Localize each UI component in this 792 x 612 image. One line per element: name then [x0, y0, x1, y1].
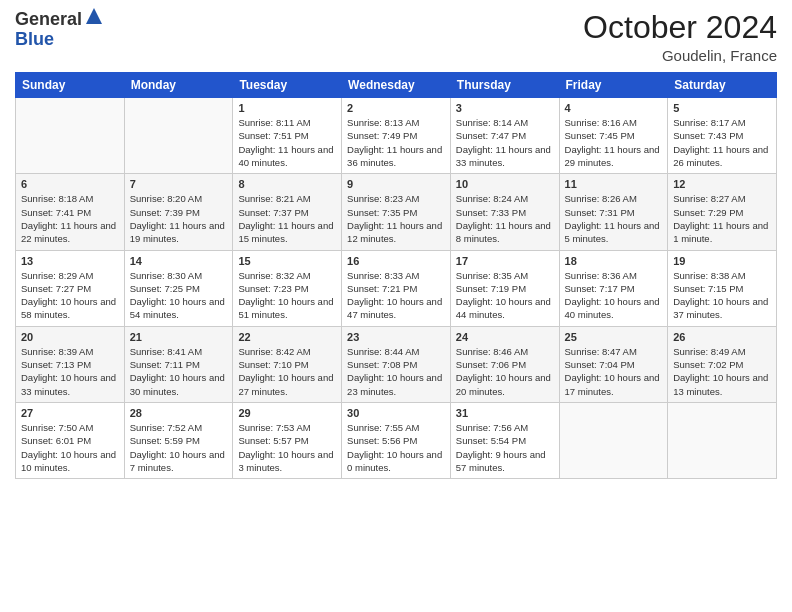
- sunrise-text: Sunrise: 8:27 AM: [673, 193, 745, 204]
- sunrise-text: Sunrise: 7:56 AM: [456, 422, 528, 433]
- daylight-text: Daylight: 11 hours and 19 minutes.: [130, 220, 225, 244]
- sunrise-text: Sunrise: 8:17 AM: [673, 117, 745, 128]
- sunset-text: Sunset: 7:51 PM: [238, 130, 308, 141]
- cell-date: 3: [456, 102, 554, 114]
- table-row: [16, 98, 125, 174]
- sunset-text: Sunset: 7:15 PM: [673, 283, 743, 294]
- sunset-text: Sunset: 7:43 PM: [673, 130, 743, 141]
- cell-info: Sunrise: 8:32 AM Sunset: 7:23 PM Dayligh…: [238, 269, 336, 322]
- daylight-text: Daylight: 9 hours and 57 minutes.: [456, 449, 546, 473]
- table-row: 1 Sunrise: 8:11 AM Sunset: 7:51 PM Dayli…: [233, 98, 342, 174]
- daylight-text: Daylight: 11 hours and 40 minutes.: [238, 144, 333, 168]
- daylight-text: Daylight: 10 hours and 10 minutes.: [21, 449, 116, 473]
- cell-info: Sunrise: 8:11 AM Sunset: 7:51 PM Dayligh…: [238, 116, 336, 169]
- sunset-text: Sunset: 6:01 PM: [21, 435, 91, 446]
- table-row: 4 Sunrise: 8:16 AM Sunset: 7:45 PM Dayli…: [559, 98, 668, 174]
- table-row: 14 Sunrise: 8:30 AM Sunset: 7:25 PM Dayl…: [124, 250, 233, 326]
- sunrise-text: Sunrise: 8:18 AM: [21, 193, 93, 204]
- table-row: 6 Sunrise: 8:18 AM Sunset: 7:41 PM Dayli…: [16, 174, 125, 250]
- cell-info: Sunrise: 8:49 AM Sunset: 7:02 PM Dayligh…: [673, 345, 771, 398]
- table-row: 17 Sunrise: 8:35 AM Sunset: 7:19 PM Dayl…: [450, 250, 559, 326]
- daylight-text: Daylight: 10 hours and 40 minutes.: [565, 296, 660, 320]
- sunset-text: Sunset: 7:33 PM: [456, 207, 526, 218]
- sunset-text: Sunset: 7:06 PM: [456, 359, 526, 370]
- daylight-text: Daylight: 11 hours and 33 minutes.: [456, 144, 551, 168]
- calendar-week-row: 27 Sunrise: 7:50 AM Sunset: 6:01 PM Dayl…: [16, 402, 777, 478]
- daylight-text: Daylight: 11 hours and 36 minutes.: [347, 144, 442, 168]
- cell-info: Sunrise: 8:44 AM Sunset: 7:08 PM Dayligh…: [347, 345, 445, 398]
- sunrise-text: Sunrise: 8:13 AM: [347, 117, 419, 128]
- cell-info: Sunrise: 8:30 AM Sunset: 7:25 PM Dayligh…: [130, 269, 228, 322]
- sunset-text: Sunset: 5:56 PM: [347, 435, 417, 446]
- sunrise-text: Sunrise: 8:46 AM: [456, 346, 528, 357]
- daylight-text: Daylight: 11 hours and 26 minutes.: [673, 144, 768, 168]
- cell-info: Sunrise: 8:16 AM Sunset: 7:45 PM Dayligh…: [565, 116, 663, 169]
- header-friday: Friday: [559, 73, 668, 98]
- cell-date: 5: [673, 102, 771, 114]
- daylight-text: Daylight: 10 hours and 54 minutes.: [130, 296, 225, 320]
- sunrise-text: Sunrise: 8:33 AM: [347, 270, 419, 281]
- cell-date: 21: [130, 331, 228, 343]
- cell-date: 15: [238, 255, 336, 267]
- table-row: 18 Sunrise: 8:36 AM Sunset: 7:17 PM Dayl…: [559, 250, 668, 326]
- calendar-week-row: 20 Sunrise: 8:39 AM Sunset: 7:13 PM Dayl…: [16, 326, 777, 402]
- cell-info: Sunrise: 8:21 AM Sunset: 7:37 PM Dayligh…: [238, 192, 336, 245]
- sunset-text: Sunset: 7:35 PM: [347, 207, 417, 218]
- sunrise-text: Sunrise: 8:32 AM: [238, 270, 310, 281]
- sunset-text: Sunset: 7:31 PM: [565, 207, 635, 218]
- table-row: [559, 402, 668, 478]
- cell-info: Sunrise: 8:23 AM Sunset: 7:35 PM Dayligh…: [347, 192, 445, 245]
- cell-info: Sunrise: 7:50 AM Sunset: 6:01 PM Dayligh…: [21, 421, 119, 474]
- table-row: 2 Sunrise: 8:13 AM Sunset: 7:49 PM Dayli…: [342, 98, 451, 174]
- sunrise-text: Sunrise: 8:21 AM: [238, 193, 310, 204]
- daylight-text: Daylight: 10 hours and 47 minutes.: [347, 296, 442, 320]
- sunrise-text: Sunrise: 8:23 AM: [347, 193, 419, 204]
- cell-date: 7: [130, 178, 228, 190]
- daylight-text: Daylight: 10 hours and 44 minutes.: [456, 296, 551, 320]
- sunset-text: Sunset: 7:27 PM: [21, 283, 91, 294]
- daylight-text: Daylight: 11 hours and 5 minutes.: [565, 220, 660, 244]
- cell-date: 13: [21, 255, 119, 267]
- sunrise-text: Sunrise: 7:52 AM: [130, 422, 202, 433]
- sunrise-text: Sunrise: 8:39 AM: [21, 346, 93, 357]
- table-row: 5 Sunrise: 8:17 AM Sunset: 7:43 PM Dayli…: [668, 98, 777, 174]
- table-row: 27 Sunrise: 7:50 AM Sunset: 6:01 PM Dayl…: [16, 402, 125, 478]
- cell-info: Sunrise: 8:17 AM Sunset: 7:43 PM Dayligh…: [673, 116, 771, 169]
- table-row: 20 Sunrise: 8:39 AM Sunset: 7:13 PM Dayl…: [16, 326, 125, 402]
- cell-date: 12: [673, 178, 771, 190]
- calendar-week-row: 1 Sunrise: 8:11 AM Sunset: 7:51 PM Dayli…: [16, 98, 777, 174]
- sunset-text: Sunset: 5:54 PM: [456, 435, 526, 446]
- logo-general: General: [15, 10, 82, 30]
- cell-date: 8: [238, 178, 336, 190]
- cell-date: 27: [21, 407, 119, 419]
- table-row: 7 Sunrise: 8:20 AM Sunset: 7:39 PM Dayli…: [124, 174, 233, 250]
- table-row: 19 Sunrise: 8:38 AM Sunset: 7:15 PM Dayl…: [668, 250, 777, 326]
- daylight-text: Daylight: 11 hours and 8 minutes.: [456, 220, 551, 244]
- calendar-week-row: 6 Sunrise: 8:18 AM Sunset: 7:41 PM Dayli…: [16, 174, 777, 250]
- sunset-text: Sunset: 7:25 PM: [130, 283, 200, 294]
- table-row: 31 Sunrise: 7:56 AM Sunset: 5:54 PM Dayl…: [450, 402, 559, 478]
- sunrise-text: Sunrise: 8:14 AM: [456, 117, 528, 128]
- cell-date: 2: [347, 102, 445, 114]
- location-title: Goudelin, France: [583, 47, 777, 64]
- sunrise-text: Sunrise: 8:20 AM: [130, 193, 202, 204]
- sunrise-text: Sunrise: 7:53 AM: [238, 422, 310, 433]
- cell-date: 9: [347, 178, 445, 190]
- table-row: 3 Sunrise: 8:14 AM Sunset: 7:47 PM Dayli…: [450, 98, 559, 174]
- page: General Blue October 2024 Goudelin, Fran…: [0, 0, 792, 612]
- table-row: 15 Sunrise: 8:32 AM Sunset: 7:23 PM Dayl…: [233, 250, 342, 326]
- cell-info: Sunrise: 8:38 AM Sunset: 7:15 PM Dayligh…: [673, 269, 771, 322]
- sunrise-text: Sunrise: 8:42 AM: [238, 346, 310, 357]
- cell-info: Sunrise: 7:52 AM Sunset: 5:59 PM Dayligh…: [130, 421, 228, 474]
- daylight-text: Daylight: 10 hours and 17 minutes.: [565, 372, 660, 396]
- header-saturday: Saturday: [668, 73, 777, 98]
- calendar-week-row: 13 Sunrise: 8:29 AM Sunset: 7:27 PM Dayl…: [16, 250, 777, 326]
- header-thursday: Thursday: [450, 73, 559, 98]
- sunset-text: Sunset: 7:37 PM: [238, 207, 308, 218]
- sunrise-text: Sunrise: 8:16 AM: [565, 117, 637, 128]
- sunrise-text: Sunrise: 8:24 AM: [456, 193, 528, 204]
- table-row: 11 Sunrise: 8:26 AM Sunset: 7:31 PM Dayl…: [559, 174, 668, 250]
- header-tuesday: Tuesday: [233, 73, 342, 98]
- sunset-text: Sunset: 7:02 PM: [673, 359, 743, 370]
- cell-info: Sunrise: 8:29 AM Sunset: 7:27 PM Dayligh…: [21, 269, 119, 322]
